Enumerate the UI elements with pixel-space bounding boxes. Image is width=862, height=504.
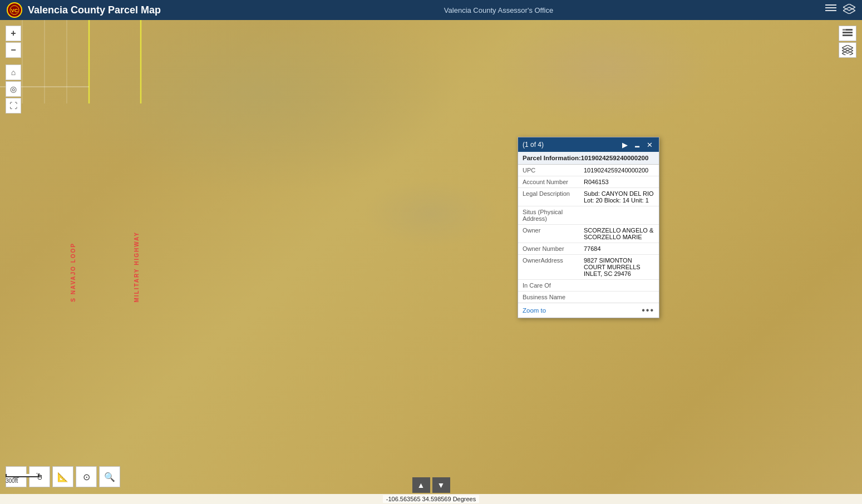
popup-label-situs: Situs (Physical Address) [523, 209, 584, 222]
popup-row-situs: Situs (Physical Address) [518, 206, 659, 225]
popup-label-owner-number: Owner Number [523, 245, 584, 252]
popup-value-account: R046153 [584, 179, 654, 185]
coordinates-display: -106.563565 34.598569 Degrees [0, 494, 862, 504]
popup-value-owner-address: 9827 SIMONTON COURT MURRELLS INLET, SC 2… [584, 257, 654, 277]
popup-label-upc: UPC [523, 167, 584, 174]
popup-row-legal: Legal Description Subd: CANYON DEL RIO L… [518, 188, 659, 206]
popup-footer: Zoom to ••• [518, 303, 659, 318]
popup-value-owner-number: 77684 [584, 245, 654, 252]
popup-counter: (1 of 4) [523, 141, 544, 149]
app-logo: VC [7, 2, 22, 18]
popup-header: (1 of 4) ▶ 🗕 ✕ [518, 137, 659, 152]
zoom-in-button[interactable]: + [6, 26, 21, 41]
popup-next-button[interactable]: ▶ [620, 140, 630, 150]
popup-label-business: Business Name [523, 294, 584, 300]
road-label-navajo: S NAVAJO LOOP [70, 243, 76, 302]
nav-controls: ⌂ ◎ ⛶ [6, 65, 21, 113]
popup-header-controls: ▶ 🗕 ✕ [620, 140, 654, 150]
coord-text: -106.563565 34.598569 Degrees [383, 495, 479, 503]
more-options-button[interactable]: ••• [642, 305, 654, 315]
popup-minimize-button[interactable]: 🗕 [632, 140, 642, 150]
popup-row-account: Account Number R046153 [518, 176, 659, 188]
popup-label-legal: Legal Description [523, 190, 584, 197]
svg-rect-4 [825, 7, 836, 8]
app-subtitle: Valencia County Assessor's Office [172, 6, 825, 14]
header-right-controls [825, 4, 855, 17]
parcel-lines-overlay [0, 20, 167, 103]
app-header: VC Valencia County Parcel Map Valencia C… [0, 0, 862, 20]
popup-row-owner: Owner SCORZELLO ANGELO & SCORZELLO MARIE [518, 225, 659, 243]
popup-value-owner: SCORZELLO ANGELO & SCORZELLO MARIE [584, 227, 654, 240]
layer-control [839, 26, 856, 58]
popup-label-owner-address: OwnerAddress [523, 257, 584, 264]
popup-row-owner-number: Owner Number 77684 [518, 243, 659, 255]
zoom-controls: + − [6, 26, 21, 58]
svg-rect-69 [843, 34, 853, 36]
popup-row-upc: UPC 1019024259240000200 [518, 165, 659, 176]
svg-rect-70 [843, 29, 846, 31]
hamburger-menu-icon[interactable] [825, 4, 836, 16]
fullscreen-button[interactable]: ⛶ [6, 98, 21, 113]
popup-row-incareof: In Care Of [518, 280, 659, 291]
popup-close-button[interactable]: ✕ [644, 140, 654, 150]
svg-text:VC: VC [11, 8, 18, 13]
nav-arrows: ▲ ▼ [0, 477, 862, 493]
list-view-button[interactable] [839, 26, 856, 41]
popup-header-left: (1 of 4) [523, 141, 544, 149]
map-area[interactable]: S NAVAJO LOOP MILITARY HIGHWAY + − ⌂ ◎ ⛶… [0, 20, 862, 504]
popup-value-legal: Subd: CANYON DEL RIO Lot: 20 Block: 14 U… [584, 190, 654, 204]
layers-toggle-button[interactable] [839, 42, 856, 58]
zoom-to-link[interactable]: Zoom to [523, 307, 546, 314]
popup-value-upc: 1019024259240000200 [584, 167, 654, 174]
nav-arrow-down[interactable]: ▼ [432, 477, 450, 493]
popup-row-business: Business Name [518, 291, 659, 303]
home-button[interactable]: ⌂ [6, 65, 21, 80]
svg-rect-5 [825, 10, 836, 11]
popup-row-owner-address: OwnerAddress 9827 SIMONTON COURT MURRELL… [518, 255, 659, 280]
nav-arrow-up[interactable]: ▲ [412, 477, 430, 493]
popup-title: Parcel Information:1019024259240000200 [518, 152, 659, 165]
popup-content[interactable]: UPC 1019024259240000200 Account Number R… [518, 165, 659, 303]
layers-icon[interactable] [843, 4, 855, 17]
road-label-military: MILITARY HIGHWAY [134, 231, 140, 303]
popup-panel: (1 of 4) ▶ 🗕 ✕ Parcel Information:101902… [518, 137, 659, 318]
svg-rect-6 [829, 4, 836, 5]
zoom-out-button[interactable]: − [6, 42, 21, 58]
popup-label-incareof: In Care Of [523, 282, 584, 289]
svg-line-26 [141, 37, 167, 103]
popup-label-owner: Owner [523, 227, 584, 234]
svg-rect-68 [843, 32, 853, 33]
locate-button[interactable]: ◎ [6, 81, 21, 97]
popup-label-account: Account Number [523, 179, 584, 185]
app-title: Valencia County Parcel Map [28, 4, 161, 16]
